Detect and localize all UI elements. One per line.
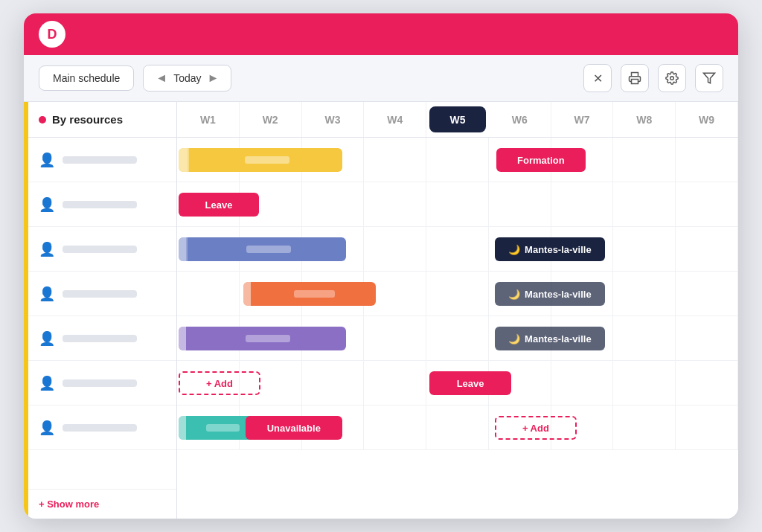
cell-r2-w7 [551, 182, 614, 226]
red-dot [39, 116, 46, 124]
cell-r6-w8 [613, 361, 676, 405]
cal-row-3: 🌙 Mantes-la-ville [177, 227, 738, 272]
show-more-button[interactable]: + Show more [28, 489, 176, 519]
week-header-w1[interactable]: W1 [177, 102, 240, 137]
toolbar: Main schedule ◄ Today ► ✕ [24, 55, 738, 102]
mantes-label-1: Mantes-la-ville [525, 244, 592, 255]
person-icon-5: 👤 [39, 330, 55, 347]
svg-point-1 [670, 77, 674, 80]
person-icon-2: 👤 [39, 196, 55, 213]
cell-r1-w4 [364, 138, 426, 182]
event-orange-row4[interactable] [243, 282, 376, 306]
cal-row-1: Formation [177, 138, 738, 182]
today-nav[interactable]: ◄ Today ► [143, 65, 231, 92]
cell-r2-w8 [613, 182, 676, 226]
week-header-w8[interactable]: W8 [613, 102, 676, 137]
name-placeholder-7 [63, 424, 137, 432]
week-header-w3[interactable]: W3 [302, 102, 365, 137]
cell-r3-w5 [426, 227, 489, 271]
svg-rect-0 [632, 80, 638, 84]
cell-r5-w9 [676, 316, 738, 360]
cell-r2-w3 [302, 182, 365, 226]
person-icon-6: 👤 [39, 375, 55, 391]
cell-r4-w1 [177, 272, 240, 315]
week-header-w4[interactable]: W4 [364, 102, 426, 137]
event-leave-row2[interactable]: Leave [179, 193, 259, 217]
cell-r4-w8 [613, 272, 676, 315]
cal-row-2: Leave [177, 182, 738, 227]
leave-label-row2: Leave [205, 199, 233, 211]
cell-r2-w6 [489, 182, 551, 226]
filter-icon-btn[interactable] [695, 64, 723, 92]
sidebar-row-6: 👤 [28, 361, 176, 406]
name-placeholder-4 [63, 290, 137, 298]
name-placeholder-1 [63, 156, 137, 164]
person-icon-3: 👤 [39, 241, 55, 257]
week-header-w7[interactable]: W7 [551, 102, 614, 137]
cell-r5-w5 [426, 316, 489, 360]
sidebar: By resources 👤 👤 👤 👤 👤 [28, 102, 177, 519]
event-unavailable-row7[interactable]: Unavailable [246, 416, 342, 440]
person-icon-7: 👤 [39, 420, 55, 436]
cell-r4-w9 [676, 272, 738, 315]
name-placeholder-6 [63, 379, 137, 387]
sidebar-row-7: 👤 [28, 406, 176, 450]
cell-r4-w5 [426, 272, 489, 315]
cell-r3-w9 [676, 227, 738, 271]
week-header-w5[interactable]: W5 [429, 106, 486, 132]
logo: D [39, 21, 65, 48]
add-button-row7-right[interactable]: + Add [495, 416, 577, 440]
cell-r2-w9 [676, 182, 738, 226]
week-header-w6[interactable]: W6 [489, 102, 551, 137]
main-content: By resources 👤 👤 👤 👤 👤 [24, 102, 738, 519]
sidebar-title: By resources [52, 113, 123, 126]
cal-row-4: 🌙 Mantes-la-ville [177, 272, 738, 316]
cell-r1-w8 [613, 138, 676, 182]
week-header-w2[interactable]: W2 [240, 102, 302, 137]
print-icon-btn[interactable] [621, 64, 649, 92]
add-button-row6-left[interactable]: + Add [179, 371, 260, 395]
sidebar-row-5: 👤 [28, 316, 176, 361]
cell-r6-w3 [302, 361, 365, 405]
cell-r6-w7 [551, 361, 614, 405]
sidebar-header: By resources [28, 102, 176, 138]
cal-row-6: + Add Leave [177, 361, 738, 406]
event-leave-row6[interactable]: Leave [429, 371, 511, 395]
calendar-area: W1 W2 W3 W4 W5 W6 W7 W8 W9 [177, 102, 738, 519]
app-container: D Main schedule ◄ Today ► ✕ [24, 13, 738, 519]
person-icon-4: 👤 [39, 286, 55, 302]
svg-marker-2 [704, 73, 715, 83]
cell-r6-w4 [364, 361, 426, 405]
cell-r2-w5 [426, 182, 489, 226]
cell-r3-w8 [613, 227, 676, 271]
person-icon-1: 👤 [39, 152, 55, 168]
close-icon-btn[interactable]: ✕ [583, 64, 612, 92]
prev-arrow[interactable]: ◄ [156, 71, 167, 85]
event-mantes2-row4[interactable]: 🌙 Mantes-la-ville [495, 282, 605, 306]
mantes-label-3: Mantes-la-ville [525, 333, 592, 344]
event-mantes1-row3[interactable]: 🌙 Mantes-la-ville [495, 237, 605, 261]
next-arrow[interactable]: ► [207, 71, 219, 85]
schedule-button[interactable]: Main schedule [39, 65, 134, 91]
sidebar-row-3: 👤 [28, 227, 176, 272]
event-blue-row3[interactable] [179, 237, 346, 261]
formation-label: Formation [517, 155, 565, 166]
cell-r7-w4 [364, 406, 426, 449]
leave-label-row6: Leave [457, 378, 484, 389]
settings-icon-btn[interactable] [658, 64, 686, 92]
event-purple-row5[interactable] [179, 327, 346, 350]
week-header-w9[interactable]: W9 [676, 102, 738, 137]
name-placeholder-5 [63, 335, 137, 342]
event-formation-row1[interactable]: Formation [496, 148, 586, 172]
cal-row-7: Unavailable + Add [177, 406, 738, 450]
cell-r3-w4 [364, 227, 426, 271]
event-mantes3-row5[interactable]: 🌙 Mantes-la-ville [495, 327, 605, 350]
cell-r7-w9 [676, 406, 738, 449]
sidebar-row-4: 👤 [28, 272, 176, 316]
cell-r2-w4 [364, 182, 426, 226]
cell-r1-w9 [676, 138, 738, 182]
event-yellow-row1[interactable] [179, 148, 342, 172]
cell-r5-w8 [613, 316, 676, 360]
cell-r1-w5 [426, 138, 489, 182]
cell-r6-w9 [676, 361, 738, 405]
